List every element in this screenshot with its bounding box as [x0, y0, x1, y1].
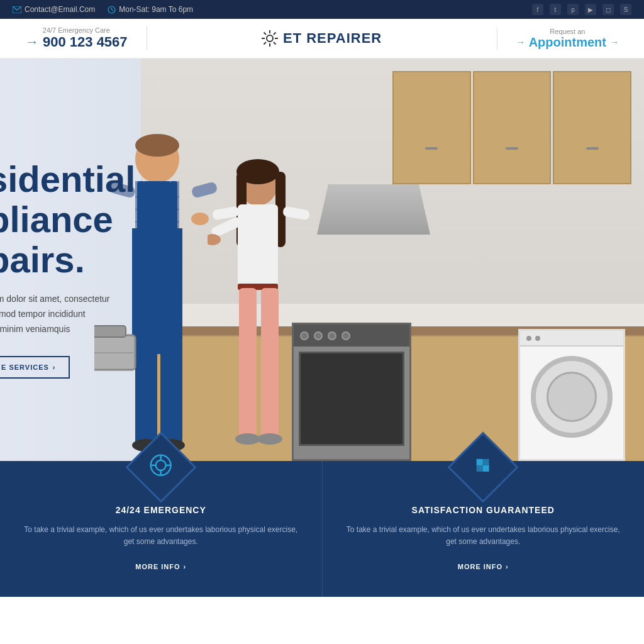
social-pinterest[interactable]: p — [567, 4, 579, 15]
knob-4 — [341, 331, 350, 340]
knob-3 — [328, 331, 336, 340]
social-links: f t p ▶ ◻ S — [532, 4, 631, 15]
hero-subtitle: sum dolor sit amet, consectetur iusmod t… — [0, 292, 135, 336]
top-bar-contact: Contact@Email.Com Mon-Sat: 9am To 6pm — [13, 5, 193, 14]
lifebuoy-icon — [150, 454, 172, 477]
washing-machine — [518, 329, 625, 461]
mail-icon — [13, 6, 21, 13]
cabinet-2 — [473, 71, 552, 184]
appt-arrow-left: → — [516, 37, 525, 47]
site-header: 24/7 Emergency Care → 900 123 4567 ET RE… — [0, 19, 644, 58]
wm-drum-inner — [547, 372, 597, 422]
clock-icon — [108, 6, 116, 14]
svg-rect-24 — [137, 181, 145, 231]
feature-link-2[interactable]: MORE INFO › — [458, 563, 509, 570]
emergency-icon — [150, 454, 172, 481]
svg-rect-25 — [170, 181, 177, 231]
hero-cta-arrow: › — [53, 364, 56, 371]
feature-satisfaction: SATISFACTION GUARANTEED To take a trivia… — [322, 461, 645, 597]
hero-title-line2: pliance — [0, 199, 135, 240]
svg-rect-59 — [483, 465, 489, 472]
svg-rect-22 — [132, 228, 182, 354]
upper-cabinets — [392, 71, 631, 184]
feature-link-1[interactable]: MORE INFO › — [135, 563, 186, 570]
svg-point-4 — [267, 35, 273, 42]
svg-rect-46 — [239, 288, 257, 439]
svg-rect-58 — [477, 465, 483, 472]
range-hood — [317, 184, 430, 235]
svg-line-12 — [264, 42, 266, 45]
feature-desc-2: To take a trivial example, which of us e… — [341, 524, 626, 548]
appointment-link[interactable]: → Appointment → — [516, 35, 619, 50]
phone-number[interactable]: → 900 123 4567 — [25, 34, 128, 50]
hero-section: sidential pliance pairs. sum dolor sit a… — [0, 58, 644, 461]
svg-line-10 — [274, 42, 276, 45]
feature-title-1: 24/24 EMERGENCY — [19, 505, 303, 515]
knob-2 — [314, 331, 323, 340]
social-twitter[interactable]: t — [550, 4, 561, 15]
feature-title-2: SATISFACTION GUARANTEED — [341, 505, 626, 515]
appointment-section: Request an → Appointment → — [497, 28, 619, 50]
hours-info: Mon-Sat: 9am To 6pm — [108, 5, 193, 14]
cabinet-3 — [553, 71, 631, 184]
wm-panel — [520, 331, 623, 347]
phone-digits: 900 123 4567 — [43, 34, 128, 50]
hero-title-line3: pairs. — [0, 240, 135, 280]
hero-title-line1: sidential — [0, 159, 135, 199]
email-text: Contact@Email.Com — [25, 5, 95, 14]
svg-point-48 — [235, 433, 260, 445]
hero-subtitle-line1: sum dolor sit amet, consectetur — [0, 292, 135, 307]
svg-point-49 — [257, 433, 282, 445]
social-instagram[interactable]: ◻ — [602, 4, 614, 15]
svg-rect-30 — [160, 351, 182, 445]
appt-arrow-right: → — [610, 37, 619, 47]
svg-point-14 — [135, 134, 179, 157]
svg-line-11 — [274, 33, 276, 35]
svg-point-28 — [191, 213, 209, 225]
hero-cta-button[interactable]: E SERVICES › — [0, 356, 70, 379]
satisfaction-icon — [472, 454, 494, 481]
feature-link-arrow-1: › — [184, 563, 187, 570]
email-info: Contact@Email.Com — [13, 5, 95, 14]
svg-line-9 — [264, 33, 266, 35]
hero-cta-label: E SERVICES — [1, 364, 49, 371]
feature-link-label-1: MORE INFO — [135, 563, 180, 570]
feature-link-arrow-2: › — [506, 563, 509, 570]
hero-subtitle-line2: iusmod tempor incididunt — [0, 307, 135, 322]
oven-door — [299, 352, 404, 446]
hours-text: Mon-Sat: 9am To 6pm — [119, 5, 193, 14]
feature-desc-1: To take a trivial example, which of us e… — [19, 524, 303, 548]
svg-rect-56 — [477, 459, 483, 465]
wm-indicator-2 — [535, 336, 540, 341]
site-logo[interactable]: ET REPAIRER — [262, 30, 382, 47]
emergency-contact: 24/7 Emergency Care → 900 123 4567 — [25, 26, 147, 50]
social-youtube[interactable]: ▶ — [585, 4, 596, 15]
svg-rect-47 — [261, 288, 279, 439]
gear-icon — [262, 30, 278, 47]
appointment-label: Request an — [516, 28, 619, 35]
svg-rect-40 — [238, 204, 278, 286]
wm-indicator-1 — [526, 336, 531, 341]
svg-rect-29 — [135, 351, 157, 445]
cabinet-handle-2 — [506, 147, 518, 150]
cabinet-1 — [392, 71, 471, 184]
features-section: 24/24 EMERGENCY To take a trivial exampl… — [0, 461, 644, 597]
customer-figure — [208, 153, 314, 461]
feature-link-label-2: MORE INFO — [458, 563, 502, 570]
logo-text: ET REPAIRER — [283, 30, 382, 47]
hero-title: sidential pliance pairs. — [0, 159, 135, 279]
phone-arrow-left: → — [25, 34, 39, 50]
svg-point-51 — [156, 460, 166, 470]
wm-drum — [531, 356, 613, 438]
hero-text-block: sidential pliance pairs. sum dolor sit a… — [0, 159, 135, 379]
svg-rect-57 — [483, 459, 489, 465]
hero-subtitle-line3: ad minim veniamquis — [0, 322, 135, 337]
social-skype[interactable]: S — [620, 4, 631, 15]
svg-rect-42 — [282, 206, 310, 220]
feature-emergency: 24/24 EMERGENCY To take a trivial exampl… — [0, 461, 322, 597]
top-bar: Contact@Email.Com Mon-Sat: 9am To 6pm f … — [0, 0, 644, 19]
social-facebook[interactable]: f — [532, 4, 543, 15]
appt-text: Appointment — [529, 35, 606, 50]
cabinet-handle-1 — [425, 147, 438, 150]
svg-line-3 — [112, 9, 114, 11]
